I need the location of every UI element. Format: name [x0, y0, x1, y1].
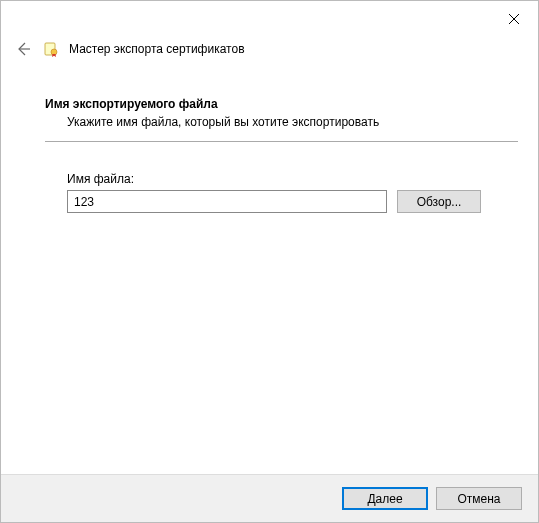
- wizard-title: Мастер экспорта сертификатов: [69, 42, 245, 56]
- browse-button[interactable]: Обзор...: [397, 190, 481, 213]
- cancel-button[interactable]: Отмена: [436, 487, 522, 510]
- wizard-footer: Далее Отмена: [1, 474, 538, 522]
- close-icon: [509, 14, 519, 24]
- wizard-window: Мастер экспорта сертификатов Имя экспорт…: [0, 0, 539, 523]
- wizard-content: Имя экспортируемого файла Укажите имя фа…: [45, 97, 518, 213]
- divider: [45, 141, 518, 142]
- wizard-header: Мастер экспорта сертификатов: [13, 39, 526, 59]
- section-description: Укажите имя файла, который вы хотите экс…: [67, 115, 518, 129]
- arrow-left-icon: [15, 41, 31, 57]
- file-field-row: Обзор...: [67, 190, 518, 213]
- section-heading: Имя экспортируемого файла: [45, 97, 518, 111]
- file-label: Имя файла:: [67, 172, 518, 186]
- certificate-icon: [43, 41, 59, 57]
- file-field-group: Имя файла: Обзор...: [67, 172, 518, 213]
- close-button[interactable]: [504, 9, 524, 29]
- next-button[interactable]: Далее: [342, 487, 428, 510]
- back-button[interactable]: [13, 39, 33, 59]
- file-name-input[interactable]: [67, 190, 387, 213]
